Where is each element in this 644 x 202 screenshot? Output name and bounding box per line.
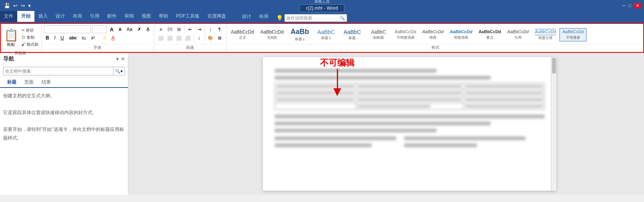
highlight-button[interactable]: A: [101, 34, 108, 42]
borders-button[interactable]: ⊞: [215, 34, 224, 42]
nav-search-button[interactable]: 🔍▾: [113, 67, 125, 75]
subscript-button[interactable]: x₂: [80, 34, 88, 42]
nav-title: 导航: [3, 55, 14, 63]
tab-mailings[interactable]: 邮件: [103, 11, 121, 22]
nav-search-input[interactable]: [3, 67, 113, 75]
font-color-button[interactable]: A: [110, 34, 117, 42]
tab-references[interactable]: 引用: [86, 11, 103, 22]
clipboard-sub: ✂ 剪切 🗋 复制 🖌 格式刷: [20, 25, 40, 50]
font-shrink-button[interactable]: A: [117, 25, 123, 33]
justify-button[interactable]: ⬜: [183, 34, 192, 42]
font-color-spray[interactable]: A̤: [144, 25, 151, 33]
font-size-input[interactable]: [92, 25, 107, 33]
divider2: [205, 25, 205, 33]
align-center-button[interactable]: ⬜: [165, 34, 174, 42]
paste-button[interactable]: 📋 粘贴: [2, 25, 20, 50]
nav-tabs: 标题 页面 结果: [0, 77, 128, 88]
nav-tab-pages[interactable]: 页面: [20, 77, 38, 88]
tab-home[interactable]: 开始: [17, 11, 34, 22]
divider: [184, 25, 185, 33]
redo-icon[interactable]: ↪: [21, 3, 25, 9]
style-subtle-emphasis[interactable]: AaBbCcDd 不明显强调: [392, 28, 419, 41]
underline-button[interactable]: U: [59, 34, 66, 42]
doc-line-5: [275, 129, 437, 132]
style-subtle-ref[interactable]: AaBbCcDd 不明显参: [559, 28, 586, 41]
doc-line-2: [275, 76, 491, 80]
style-intense-emphasis[interactable]: AaBbCcDd 明显强调: [447, 28, 475, 41]
nav-header-icons: ▾ ✕: [116, 56, 125, 62]
bold-button[interactable]: B: [44, 34, 51, 42]
table-cell: [464, 97, 545, 103]
table-row: [275, 83, 545, 90]
tab-table-layout[interactable]: 布局: [255, 12, 272, 22]
ribbon-search-box[interactable]: 操作说明搜索 🔍: [284, 14, 347, 22]
tab-review[interactable]: 审阅: [121, 11, 138, 22]
style-quote[interactable]: AaBbCcDd 引用: [505, 28, 531, 41]
nav-dropdown-icon[interactable]: ▾: [116, 56, 119, 62]
styles-group: AaBbCcDd 正文 AaBbCcDd 无间距 AaBb 标题 1 AaBbC…: [227, 25, 644, 51]
table-cell: [356, 103, 464, 110]
arrow-head: [333, 88, 341, 96]
nav-tab-headings[interactable]: 标题: [3, 77, 20, 88]
font-grow-button[interactable]: A: [108, 25, 115, 33]
tab-pdf[interactable]: PDF工具集: [172, 11, 203, 22]
ribbon-search-area: 💡 操作说明搜索 🔍: [276, 14, 347, 22]
show-marks-button[interactable]: ¶: [215, 25, 224, 33]
tab-table-design[interactable]: 设计: [238, 12, 255, 22]
style-emphasis[interactable]: AaBbCcDd 强调: [419, 28, 446, 41]
nav-close-icon[interactable]: ✕: [121, 56, 125, 62]
paragraph-group: ≡ ⑴ ⊟ ⇤ ⇥ ↕ ¶ ⬜ ⬜ ⬜ ⬜ ↕ 🎨 ⊞ 段: [154, 25, 227, 51]
doc-area: 不可编辑: [128, 53, 644, 195]
multilevel-button[interactable]: ⊟: [174, 25, 183, 33]
align-left-button[interactable]: ⬜: [157, 34, 165, 42]
line-spacing-button[interactable]: ↕: [195, 34, 203, 42]
italic-button[interactable]: I: [52, 34, 57, 42]
shading-button[interactable]: 🎨: [206, 34, 215, 42]
table-tools-tabs: 设计 布局: [238, 12, 272, 22]
title-center: 表格工具 r(2).mht - Word: [299, 0, 344, 12]
cut-button[interactable]: ✂ 剪切: [20, 27, 40, 34]
clear-format-button[interactable]: ✗: [135, 25, 143, 33]
style-nospace[interactable]: AaBbCcDd 无间距: [257, 28, 286, 41]
tab-insert[interactable]: 插入: [34, 11, 52, 22]
tab-view[interactable]: 视图: [138, 11, 155, 22]
table-cell: [356, 90, 464, 97]
styles-items: AaBbCcDd 正文 AaBbCcDd 无间距 AaBb 标题 1 AaBbC…: [228, 25, 642, 44]
tab-file[interactable]: 文件: [0, 11, 17, 22]
tab-layout[interactable]: 布局: [69, 11, 86, 22]
align-right-button[interactable]: ⬜: [174, 34, 183, 42]
sort-button[interactable]: ↕: [206, 25, 215, 33]
style-strong[interactable]: AaBbCcDd 要点: [476, 28, 504, 41]
bullets-button[interactable]: ≡: [157, 25, 165, 33]
font-name-input[interactable]: [44, 25, 91, 33]
format-painter-button[interactable]: 🖌 格式刷: [20, 41, 40, 48]
copy-button[interactable]: 🗋 复制: [20, 34, 40, 41]
minimize-btn[interactable]: ─: [622, 3, 626, 8]
restore-btn[interactable]: □: [628, 3, 631, 8]
strikethrough-button[interactable]: abc: [67, 34, 78, 42]
change-case-button[interactable]: Aa: [124, 25, 134, 33]
style-h2[interactable]: AaBbC 标题 2: [313, 28, 339, 42]
numbering-button[interactable]: ⑴: [165, 25, 174, 33]
tab-design[interactable]: 设计: [52, 11, 69, 22]
close-btn[interactable]: ✕: [634, 3, 641, 8]
save-icon[interactable]: 💾: [4, 3, 10, 9]
table-cell: [464, 90, 545, 97]
decrease-indent-button[interactable]: ⇤: [186, 25, 194, 33]
customize-icon[interactable]: ▾: [28, 3, 31, 9]
tab-help[interactable]: 帮助: [155, 11, 172, 22]
doc-table: [275, 83, 545, 110]
style-normal[interactable]: AaBbCcDd 正文: [228, 28, 257, 41]
table-cell: [464, 103, 545, 110]
superscript-button[interactable]: x²: [89, 34, 97, 42]
style-intense-quote[interactable]: AaBbCcDd 明显引用: [532, 28, 559, 41]
doc-scrollbar[interactable]: [551, 57, 556, 191]
tab-baidu[interactable]: 百度网盘: [203, 11, 230, 22]
style-h1[interactable]: AaBb 标题 1: [287, 27, 313, 43]
nav-tab-results[interactable]: 结果: [38, 77, 55, 88]
style-subtitle[interactable]: AaBbC 副标题: [366, 28, 391, 41]
table-cell: [275, 103, 356, 110]
increase-indent-button[interactable]: ⇥: [195, 25, 203, 33]
style-heading[interactable]: AaBbC 标题: [340, 28, 365, 42]
undo-icon[interactable]: ↩: [13, 3, 18, 9]
